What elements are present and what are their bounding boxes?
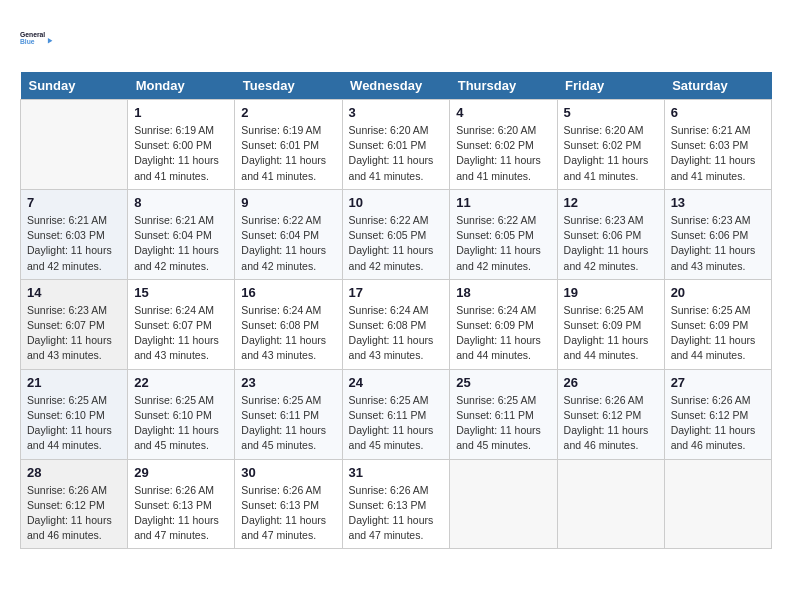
- calendar-cell: 14Sunrise: 6:23 AMSunset: 6:07 PMDayligh…: [21, 279, 128, 369]
- calendar-cell: 17Sunrise: 6:24 AMSunset: 6:08 PMDayligh…: [342, 279, 450, 369]
- day-number: 14: [27, 285, 121, 300]
- calendar-cell: 24Sunrise: 6:25 AMSunset: 6:11 PMDayligh…: [342, 369, 450, 459]
- logo: GeneralBlue: [20, 20, 56, 56]
- calendar-week-row: 28Sunrise: 6:26 AMSunset: 6:12 PMDayligh…: [21, 459, 772, 549]
- day-info: Sunrise: 6:22 AMSunset: 6:04 PMDaylight:…: [241, 213, 335, 274]
- calendar-cell: 31Sunrise: 6:26 AMSunset: 6:13 PMDayligh…: [342, 459, 450, 549]
- day-info: Sunrise: 6:19 AMSunset: 6:00 PMDaylight:…: [134, 123, 228, 184]
- day-info: Sunrise: 6:25 AMSunset: 6:09 PMDaylight:…: [671, 303, 765, 364]
- calendar-cell: 27Sunrise: 6:26 AMSunset: 6:12 PMDayligh…: [664, 369, 771, 459]
- day-info: Sunrise: 6:24 AMSunset: 6:08 PMDaylight:…: [241, 303, 335, 364]
- calendar-cell: 13Sunrise: 6:23 AMSunset: 6:06 PMDayligh…: [664, 189, 771, 279]
- day-info: Sunrise: 6:22 AMSunset: 6:05 PMDaylight:…: [456, 213, 550, 274]
- day-info: Sunrise: 6:26 AMSunset: 6:13 PMDaylight:…: [134, 483, 228, 544]
- day-info: Sunrise: 6:23 AMSunset: 6:06 PMDaylight:…: [671, 213, 765, 274]
- calendar-week-row: 21Sunrise: 6:25 AMSunset: 6:10 PMDayligh…: [21, 369, 772, 459]
- calendar-cell: 10Sunrise: 6:22 AMSunset: 6:05 PMDayligh…: [342, 189, 450, 279]
- day-info: Sunrise: 6:26 AMSunset: 6:12 PMDaylight:…: [564, 393, 658, 454]
- calendar-cell: 30Sunrise: 6:26 AMSunset: 6:13 PMDayligh…: [235, 459, 342, 549]
- day-number: 26: [564, 375, 658, 390]
- header-cell-sunday: Sunday: [21, 72, 128, 100]
- calendar-cell: 16Sunrise: 6:24 AMSunset: 6:08 PMDayligh…: [235, 279, 342, 369]
- svg-marker-2: [48, 38, 53, 43]
- calendar-cell: 9Sunrise: 6:22 AMSunset: 6:04 PMDaylight…: [235, 189, 342, 279]
- day-info: Sunrise: 6:24 AMSunset: 6:09 PMDaylight:…: [456, 303, 550, 364]
- calendar-cell: 19Sunrise: 6:25 AMSunset: 6:09 PMDayligh…: [557, 279, 664, 369]
- header-cell-thursday: Thursday: [450, 72, 557, 100]
- day-info: Sunrise: 6:21 AMSunset: 6:03 PMDaylight:…: [671, 123, 765, 184]
- day-number: 15: [134, 285, 228, 300]
- calendar-cell: 7Sunrise: 6:21 AMSunset: 6:03 PMDaylight…: [21, 189, 128, 279]
- day-number: 29: [134, 465, 228, 480]
- day-info: Sunrise: 6:25 AMSunset: 6:09 PMDaylight:…: [564, 303, 658, 364]
- day-info: Sunrise: 6:20 AMSunset: 6:02 PMDaylight:…: [564, 123, 658, 184]
- calendar-cell: 8Sunrise: 6:21 AMSunset: 6:04 PMDaylight…: [128, 189, 235, 279]
- calendar-cell: 12Sunrise: 6:23 AMSunset: 6:06 PMDayligh…: [557, 189, 664, 279]
- day-info: Sunrise: 6:23 AMSunset: 6:06 PMDaylight:…: [564, 213, 658, 274]
- svg-text:Blue: Blue: [20, 38, 35, 45]
- day-info: Sunrise: 6:26 AMSunset: 6:12 PMDaylight:…: [27, 483, 121, 544]
- day-info: Sunrise: 6:26 AMSunset: 6:12 PMDaylight:…: [671, 393, 765, 454]
- day-number: 6: [671, 105, 765, 120]
- day-info: Sunrise: 6:25 AMSunset: 6:11 PMDaylight:…: [349, 393, 444, 454]
- day-info: Sunrise: 6:22 AMSunset: 6:05 PMDaylight:…: [349, 213, 444, 274]
- day-number: 16: [241, 285, 335, 300]
- day-number: 11: [456, 195, 550, 210]
- day-info: Sunrise: 6:26 AMSunset: 6:13 PMDaylight:…: [241, 483, 335, 544]
- day-info: Sunrise: 6:20 AMSunset: 6:01 PMDaylight:…: [349, 123, 444, 184]
- day-number: 23: [241, 375, 335, 390]
- day-number: 28: [27, 465, 121, 480]
- calendar-cell: 2Sunrise: 6:19 AMSunset: 6:01 PMDaylight…: [235, 100, 342, 190]
- svg-text:General: General: [20, 31, 45, 38]
- day-info: Sunrise: 6:24 AMSunset: 6:07 PMDaylight:…: [134, 303, 228, 364]
- header-row: SundayMondayTuesdayWednesdayThursdayFrid…: [21, 72, 772, 100]
- day-number: 12: [564, 195, 658, 210]
- day-info: Sunrise: 6:23 AMSunset: 6:07 PMDaylight:…: [27, 303, 121, 364]
- day-info: Sunrise: 6:26 AMSunset: 6:13 PMDaylight:…: [349, 483, 444, 544]
- day-number: 1: [134, 105, 228, 120]
- day-number: 3: [349, 105, 444, 120]
- calendar-cell: [450, 459, 557, 549]
- calendar-week-row: 14Sunrise: 6:23 AMSunset: 6:07 PMDayligh…: [21, 279, 772, 369]
- calendar-cell: 5Sunrise: 6:20 AMSunset: 6:02 PMDaylight…: [557, 100, 664, 190]
- calendar-week-row: 7Sunrise: 6:21 AMSunset: 6:03 PMDaylight…: [21, 189, 772, 279]
- calendar-cell: 6Sunrise: 6:21 AMSunset: 6:03 PMDaylight…: [664, 100, 771, 190]
- header-cell-wednesday: Wednesday: [342, 72, 450, 100]
- page-header: GeneralBlue: [20, 20, 772, 56]
- calendar-cell: 15Sunrise: 6:24 AMSunset: 6:07 PMDayligh…: [128, 279, 235, 369]
- day-number: 25: [456, 375, 550, 390]
- calendar-cell: 23Sunrise: 6:25 AMSunset: 6:11 PMDayligh…: [235, 369, 342, 459]
- calendar-cell: 21Sunrise: 6:25 AMSunset: 6:10 PMDayligh…: [21, 369, 128, 459]
- day-number: 30: [241, 465, 335, 480]
- calendar-cell: [557, 459, 664, 549]
- calendar-cell: 11Sunrise: 6:22 AMSunset: 6:05 PMDayligh…: [450, 189, 557, 279]
- calendar-cell: 29Sunrise: 6:26 AMSunset: 6:13 PMDayligh…: [128, 459, 235, 549]
- calendar-cell: 1Sunrise: 6:19 AMSunset: 6:00 PMDaylight…: [128, 100, 235, 190]
- day-info: Sunrise: 6:20 AMSunset: 6:02 PMDaylight:…: [456, 123, 550, 184]
- calendar-table: SundayMondayTuesdayWednesdayThursdayFrid…: [20, 72, 772, 549]
- day-info: Sunrise: 6:19 AMSunset: 6:01 PMDaylight:…: [241, 123, 335, 184]
- calendar-cell: 28Sunrise: 6:26 AMSunset: 6:12 PMDayligh…: [21, 459, 128, 549]
- day-number: 13: [671, 195, 765, 210]
- calendar-cell: 25Sunrise: 6:25 AMSunset: 6:11 PMDayligh…: [450, 369, 557, 459]
- day-number: 20: [671, 285, 765, 300]
- calendar-body: 1Sunrise: 6:19 AMSunset: 6:00 PMDaylight…: [21, 100, 772, 549]
- day-info: Sunrise: 6:25 AMSunset: 6:11 PMDaylight:…: [456, 393, 550, 454]
- day-number: 2: [241, 105, 335, 120]
- day-info: Sunrise: 6:21 AMSunset: 6:03 PMDaylight:…: [27, 213, 121, 274]
- day-number: 17: [349, 285, 444, 300]
- header-cell-tuesday: Tuesday: [235, 72, 342, 100]
- day-number: 7: [27, 195, 121, 210]
- header-cell-friday: Friday: [557, 72, 664, 100]
- day-info: Sunrise: 6:24 AMSunset: 6:08 PMDaylight:…: [349, 303, 444, 364]
- day-number: 27: [671, 375, 765, 390]
- day-number: 24: [349, 375, 444, 390]
- header-cell-saturday: Saturday: [664, 72, 771, 100]
- day-info: Sunrise: 6:25 AMSunset: 6:11 PMDaylight:…: [241, 393, 335, 454]
- day-info: Sunrise: 6:25 AMSunset: 6:10 PMDaylight:…: [27, 393, 121, 454]
- day-info: Sunrise: 6:21 AMSunset: 6:04 PMDaylight:…: [134, 213, 228, 274]
- day-number: 19: [564, 285, 658, 300]
- logo-icon: GeneralBlue: [20, 20, 56, 56]
- day-number: 8: [134, 195, 228, 210]
- calendar-header: SundayMondayTuesdayWednesdayThursdayFrid…: [21, 72, 772, 100]
